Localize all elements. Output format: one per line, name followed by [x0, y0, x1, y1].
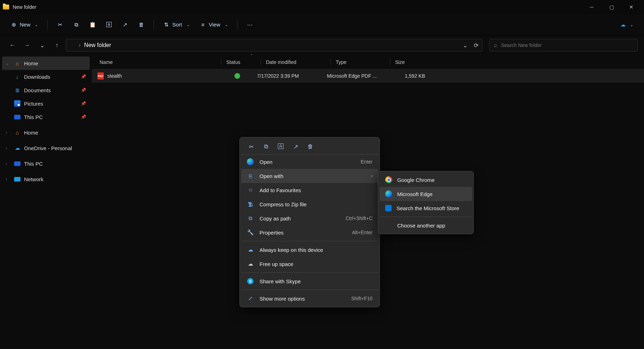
more-button[interactable]: ⋯	[243, 18, 257, 32]
scissors-icon: ✂	[57, 22, 63, 28]
share-button[interactable]: ↗	[291, 142, 300, 151]
ctx-more-options[interactable]: ⤢ Show more options Shift+F10	[241, 291, 378, 306]
file-type: Microsoft Edge PDF ...	[327, 73, 386, 79]
sidebar-item-label: Network	[24, 176, 43, 182]
zip-icon: 🗜	[247, 201, 254, 207]
sidebar-item-network[interactable]: › Network	[2, 172, 90, 186]
sort-label: Sort	[172, 22, 182, 28]
ctx-copy-path[interactable]: ⧉ Copy as path Ctrl+Shift+C	[241, 211, 378, 225]
ctx-keep-device[interactable]: ☁ Always keep on this device	[241, 243, 378, 257]
pin-icon: 📌	[81, 114, 86, 119]
delete-button[interactable]: 🗑	[306, 142, 315, 151]
minimize-button[interactable]: ─	[582, 0, 602, 14]
submenu-edge[interactable]: Microsoft Edge	[380, 187, 472, 201]
ellipsis-icon: ⋯	[247, 22, 253, 28]
chevron-down-icon[interactable]: ⌄	[463, 42, 467, 49]
separator	[380, 217, 472, 217]
chevron-right-icon: ›	[6, 146, 11, 150]
copy-button[interactable]: ⧉	[69, 18, 84, 32]
open-with-submenu: Google Chrome Microsoft Edge Search the …	[378, 171, 474, 234]
ctx-shortcut: Ctrl+Shift+C	[346, 215, 372, 221]
chevron-right-icon: ›	[371, 173, 372, 178]
column-size[interactable]: Size	[390, 59, 429, 65]
ctx-favourites[interactable]: ☆ Add to Favourites	[241, 183, 378, 197]
ctx-free-space[interactable]: ☁ Free up space	[241, 257, 378, 271]
sidebar-item-label: Home	[24, 60, 38, 66]
context-menu: ✂ ⧉ 🄰 ↗ 🗑 Open Enter ⎘ Open with › ☆ Add…	[239, 137, 380, 307]
address-bar[interactable]: › New folder ⌄ ⟳	[66, 39, 482, 52]
close-button[interactable]: ✕	[621, 0, 641, 14]
submenu-store[interactable]: Search the Microsoft Store	[380, 201, 472, 215]
view-icon: ≡	[200, 22, 206, 28]
ctx-label: Show more options	[260, 296, 305, 302]
sidebar-item-pictures[interactable]: Pictures 📌	[2, 97, 90, 110]
breadcrumb-separator: ›	[79, 42, 80, 48]
skype-icon: S	[247, 278, 254, 284]
sidebar-item-thispc-quick[interactable]: This PC 📌	[2, 110, 90, 124]
toolbar: ⊕ New ⌄ ✂ ⧉ 📋 🄰 ↗ 🗑 ⇅ Sort ⌄ ≡ View ⌄ ⋯ …	[0, 14, 644, 35]
sidebar-item-documents[interactable]: 🗎 Documents 📌	[2, 83, 90, 97]
ctx-label: Compress to Zip file	[260, 201, 306, 207]
sidebar-item-home-group[interactable]: › ⌂ Home	[2, 126, 90, 139]
chevron-down-icon: ⌄	[186, 22, 190, 27]
new-button[interactable]: ⊕ New ⌄	[6, 18, 42, 32]
column-type[interactable]: Type	[330, 59, 390, 65]
sidebar-item-downloads[interactable]: ↓ Downloads 📌	[2, 70, 90, 83]
search-input[interactable]	[501, 42, 633, 48]
sidebar-item-label: OneDrive - Personal	[24, 145, 72, 151]
ctx-open-with[interactable]: ⎘ Open with ›	[241, 169, 378, 183]
rename-button[interactable]: 🄰	[101, 18, 116, 32]
store-icon	[385, 205, 392, 211]
column-status[interactable]: Status	[221, 59, 261, 65]
navigation-row: ← → ⌄ ↑ › New folder ⌄ ⟳ ⌕	[0, 35, 644, 55]
rename-button[interactable]: 🄰	[276, 142, 285, 151]
ctx-shortcut: Shift+F10	[351, 296, 372, 301]
view-button[interactable]: ≡ View ⌄	[196, 18, 232, 32]
sidebar-item-onedrive[interactable]: › ☁ OneDrive - Personal	[2, 141, 90, 155]
submenu-choose-app[interactable]: Choose another app	[380, 218, 472, 232]
pdf-icon: PDF	[97, 72, 104, 79]
history-dropdown[interactable]: ⌄	[36, 39, 48, 51]
file-row[interactable]: PDF stealth 7/17/2022 3:39 PM Microsoft …	[92, 69, 644, 83]
chevron-right-icon: ›	[6, 177, 11, 181]
separator	[241, 241, 378, 241]
wrench-icon: 🔧	[247, 229, 254, 236]
up-button[interactable]: ↑	[51, 39, 63, 51]
sort-button[interactable]: ⇅ Sort ⌄	[159, 18, 194, 32]
cloud-button[interactable]: ☁⌄	[616, 18, 638, 32]
sidebar-item-home[interactable]: ⌄ ⌂ Home	[2, 57, 90, 70]
ctx-label: Copy as path	[260, 215, 291, 221]
column-date[interactable]: Date modified	[261, 59, 330, 65]
copy-button[interactable]: ⧉	[262, 142, 270, 151]
content-area: ˄ Name Status Date modified Type Size PD…	[92, 55, 644, 349]
share-button[interactable]: ↗	[118, 18, 132, 32]
ctx-open[interactable]: Open Enter	[241, 155, 378, 169]
search-box[interactable]: ⌕	[489, 39, 638, 52]
submenu-chrome[interactable]: Google Chrome	[380, 173, 472, 187]
cut-button[interactable]: ✂	[53, 18, 67, 32]
cut-button[interactable]: ✂	[247, 142, 255, 151]
breadcrumb-location[interactable]: New folder	[84, 42, 111, 48]
paste-button[interactable]: 📋	[85, 18, 100, 32]
ctx-properties[interactable]: 🔧 Properties Alt+Enter	[241, 225, 378, 239]
trash-icon: 🗑	[138, 22, 144, 28]
window-title: New folder	[13, 4, 36, 10]
pictures-icon	[14, 100, 20, 107]
separator	[241, 272, 378, 273]
folder-icon	[70, 43, 75, 47]
ctx-skype[interactable]: S Share with Skype	[241, 274, 378, 288]
refresh-button[interactable]: ⟳	[474, 42, 478, 49]
sidebar-item-thispc[interactable]: › This PC	[2, 157, 90, 170]
cloud-icon: ☁	[620, 22, 626, 28]
column-name[interactable]: Name	[97, 59, 221, 65]
view-label: View	[209, 22, 220, 28]
delete-button[interactable]: 🗑	[134, 18, 149, 32]
ctx-shortcut: Alt+Enter	[352, 230, 372, 235]
separator	[241, 290, 378, 290]
back-button[interactable]: ←	[6, 39, 18, 51]
home-icon: ⌂	[14, 129, 20, 136]
ctx-zip[interactable]: 🗜 Compress to Zip file	[241, 197, 378, 211]
maximize-button[interactable]: ▢	[602, 0, 621, 14]
search-icon: ⌕	[494, 42, 497, 48]
forward-button[interactable]: →	[21, 39, 33, 51]
